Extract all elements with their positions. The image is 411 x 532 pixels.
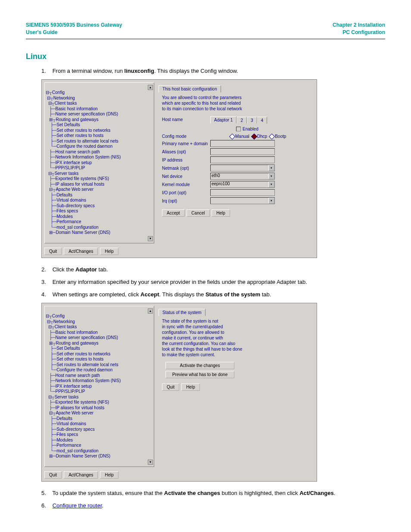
quit-button[interactable]: Quit xyxy=(162,383,179,391)
tree-item[interactable]: ├─Performance xyxy=(46,443,153,448)
scroll-up-icon[interactable]: ▴ xyxy=(148,85,153,90)
tree-item[interactable]: ├─IP aliases for virtual hosts xyxy=(46,405,153,411)
preview-button[interactable]: Preview what has to be done xyxy=(165,371,234,378)
quit-button[interactable]: Quit xyxy=(44,471,62,479)
ip-input[interactable] xyxy=(210,156,275,163)
cancel-button[interactable]: Cancel xyxy=(187,209,209,217)
scroll-down-icon[interactable]: ▾ xyxy=(148,236,153,241)
tree-item[interactable]: ├─Set other routes to hosts xyxy=(46,357,153,362)
tree-item[interactable]: ├─Exported file systems (NFS) xyxy=(46,400,153,405)
act-changes-button[interactable]: Act/Changes xyxy=(64,248,98,255)
tree-item[interactable]: ⊟┬Apache Web server xyxy=(46,187,153,193)
tree-item[interactable]: ├─Set routes to alternate local nets xyxy=(46,362,153,368)
tree-item[interactable]: ├─Sub-directory specs xyxy=(46,203,153,209)
tree-item[interactable]: ├─Defaults xyxy=(46,193,153,198)
tree-item[interactable]: ├─Files specs xyxy=(46,432,153,438)
tree-item[interactable]: ├─Set other routes to networks xyxy=(46,128,153,134)
tree-item[interactable]: ├─IPX interface setup xyxy=(46,384,153,389)
step-number: 3. xyxy=(41,278,51,286)
tree-item[interactable]: ├─IPX interface setup xyxy=(46,160,153,166)
tab-adaptor-2[interactable]: 2 xyxy=(237,117,247,124)
tree-item[interactable]: ⊞─Domain Name Server (DNS) xyxy=(46,230,153,236)
configure-router-link[interactable]: Configure the router xyxy=(53,502,102,509)
tree-item[interactable]: ⊟┬Client tasks xyxy=(46,324,153,330)
tree-item[interactable]: ⊟┬Server tasks xyxy=(46,171,153,177)
step-bold: Act/Changes xyxy=(299,490,333,496)
primary-input[interactable] xyxy=(210,140,275,147)
tree-item[interactable]: ├─Sub-directory specs xyxy=(46,427,153,432)
tab-basic-config[interactable]: This host basic configuration xyxy=(159,85,221,93)
dropdown-arrow-icon[interactable]: ▾ xyxy=(268,173,274,179)
quit-button[interactable]: Quit xyxy=(44,248,62,255)
tree-item[interactable]: ⊞─Domain Name Server (DNS) xyxy=(46,454,153,459)
tree-item[interactable]: └─mod_ssl configuration xyxy=(46,225,153,230)
tree-item[interactable]: ⊞┬Routing and gateways xyxy=(46,341,153,346)
activate-changes-button[interactable]: Activate the changes xyxy=(165,362,234,369)
help-button[interactable]: Help xyxy=(181,383,200,391)
scroll-up-icon[interactable]: ▴ xyxy=(148,308,153,314)
tab-adaptor-4[interactable]: 4 xyxy=(257,117,268,124)
help-button[interactable]: Help xyxy=(100,471,118,479)
tree-item[interactable]: ├─Files specs xyxy=(46,208,153,214)
tree-item[interactable]: ├─Virtual domains xyxy=(46,421,153,427)
enabled-checkbox[interactable] xyxy=(236,127,241,131)
tree-item[interactable]: ├─Basic host information xyxy=(46,106,153,112)
tree-item[interactable]: └─Configure the routed daemon xyxy=(46,144,153,149)
netdev-input[interactable]: eth0▾ xyxy=(210,173,275,180)
tree-item[interactable]: └─mod_ssl configuration xyxy=(46,448,153,454)
tree-item[interactable]: ├─Set Defaults xyxy=(46,346,153,352)
tree-item[interactable]: ├─Set routes to alternate local nets xyxy=(46,139,153,144)
primary-label: Primary name + domain xyxy=(159,141,210,146)
netmask-input[interactable]: ▾ xyxy=(210,165,275,171)
tree-item[interactable]: ├─Set other routes to networks xyxy=(46,352,153,357)
tree-item[interactable]: ⊟┬Client tasks xyxy=(46,101,153,106)
radio-dhcp[interactable] xyxy=(251,134,257,140)
tree-item[interactable]: ├─Modules xyxy=(46,214,153,220)
tree-item[interactable]: ⊟┬Server tasks xyxy=(46,395,153,400)
tree-item[interactable]: ├─Defaults xyxy=(46,416,153,422)
tree-item[interactable]: ├─Name server specification (DNS) xyxy=(46,335,153,341)
tree-item[interactable]: ├─Virtual domains xyxy=(46,198,153,203)
dropdown-arrow-icon[interactable]: ▾ xyxy=(268,198,274,204)
tree-pane: ▴ ⊟┬Config ⊟┬Networking ⊟┬Client tasks ├… xyxy=(44,82,154,243)
help-button[interactable]: Help xyxy=(100,248,118,255)
ioport-input[interactable] xyxy=(210,189,275,196)
kernel-input[interactable]: eepro100▾ xyxy=(210,181,275,188)
tree-item[interactable]: ├─IP aliases for virtual hosts xyxy=(46,182,153,187)
tree-item[interactable]: ├─Name server specification (DNS) xyxy=(46,112,153,117)
tree-pane: ▴ ⊟┬Config ⊟┬Networking ⊟┬Client tasks ├… xyxy=(44,306,154,467)
accept-button[interactable]: Accept xyxy=(162,209,185,217)
tree-item[interactable]: ├─Basic host information xyxy=(46,330,153,336)
tree-item[interactable]: ├─Host name search path xyxy=(46,373,153,379)
tree-item[interactable]: ⊟┬Apache Web server xyxy=(46,411,153,416)
tree-item[interactable]: ├─Set other routes to hosts xyxy=(46,133,153,139)
tree-item[interactable]: ├─Network Information System (NIS) xyxy=(46,155,153,160)
tab-status[interactable]: Status of the system xyxy=(159,309,206,316)
tree-item[interactable]: └─PPP/SLIP/PLIP xyxy=(46,165,153,171)
tree-item[interactable]: ⊟┬Config xyxy=(46,90,153,96)
tree-item[interactable]: ⊞┬Routing and gateways xyxy=(46,117,153,123)
tree-item[interactable]: ├─Modules xyxy=(46,438,153,443)
dropdown-arrow-icon[interactable]: ▾ xyxy=(268,165,274,171)
tree-item[interactable]: ├─Exported file systems (NFS) xyxy=(46,176,153,182)
act-changes-button[interactable]: Act/Changes xyxy=(64,471,98,479)
tree-item[interactable]: ├─Set Defaults xyxy=(46,122,153,128)
irq-input[interactable]: ▾ xyxy=(210,197,275,204)
radio-manual[interactable] xyxy=(229,134,235,140)
radio-bootp[interactable] xyxy=(269,134,275,140)
scroll-down-icon[interactable]: ▾ xyxy=(148,460,153,465)
tree-item[interactable]: ⊟┬Networking xyxy=(46,96,153,101)
help-button[interactable]: Help xyxy=(212,209,230,217)
tree-item[interactable]: ├─Network Information System (NIS) xyxy=(46,378,153,384)
tab-adaptor-1[interactable]: Adaptor 1 xyxy=(210,116,237,124)
aliases-input[interactable] xyxy=(210,148,275,155)
dropdown-arrow-icon[interactable]: ▾ xyxy=(268,181,274,187)
step-bold: Adaptor xyxy=(75,266,97,273)
tab-adaptor-3[interactable]: 3 xyxy=(247,117,257,124)
tree-item[interactable]: ⊟┬Networking xyxy=(46,319,153,325)
tree-item[interactable]: ├─Performance xyxy=(46,219,153,225)
tree-item[interactable]: └─Configure the routed daemon xyxy=(46,367,153,373)
tree-item[interactable]: ⊟┬Config xyxy=(46,314,153,319)
tree-item[interactable]: ├─Host name search path xyxy=(46,149,153,155)
tree-item[interactable]: └─PPP/SLIP/PLIP xyxy=(46,389,153,395)
